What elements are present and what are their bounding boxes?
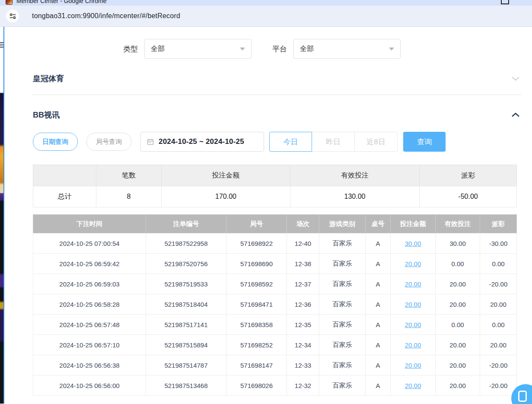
header-valid-bet: 有效投注 — [436, 215, 480, 233]
platform-select[interactable]: 全部 — [293, 39, 401, 59]
section-crown-sports[interactable]: 皇冠体育 — [33, 73, 521, 84]
yesterday-button[interactable]: 昨日 — [312, 132, 355, 152]
summary-header-count: 笔数 — [96, 165, 162, 186]
table-no-cell: A — [366, 294, 391, 315]
summary-payout-value: -50.00 — [420, 186, 517, 207]
bet-table-row: 2024-10-25 06:57:10521987515894571698252… — [33, 335, 517, 355]
payout-cell: 20.00 — [480, 294, 517, 315]
type-select-value: 全部 — [151, 45, 165, 54]
valid-bet-cell: 20.00 — [436, 274, 480, 294]
bet-time-cell: 2024-10-25 06:59:03 — [33, 274, 146, 294]
summary-header-blank — [33, 165, 96, 186]
table-no-cell: A — [366, 355, 391, 375]
bet-time-cell: 2024-10-25 06:59:42 — [33, 254, 146, 274]
round-no-cell: 571698690 — [226, 254, 287, 274]
valid-bet-cell: 20.00 — [436, 375, 480, 396]
valid-bet-cell: 20.00 — [436, 355, 480, 375]
bet-amount-link[interactable]: 20.00 — [391, 355, 436, 375]
summary-total-row: 总计 8 170.00 130.00 -50.00 — [33, 186, 517, 207]
header-bet-time: 下注时间 — [33, 215, 146, 233]
date-range-value: 2024-10-25 ~ 2024-10-25 — [159, 137, 244, 146]
table-no-cell: A — [366, 315, 391, 335]
bet-amount-link[interactable]: 20.00 — [391, 315, 436, 335]
session-cell: 12-34 — [287, 335, 319, 355]
bet-table-row: 2024-10-25 07:00:54521987522958571698922… — [33, 233, 517, 254]
service-icon — [518, 391, 527, 402]
header-round-no: 局号 — [226, 215, 287, 233]
payout-cell: -30.00 — [480, 233, 517, 254]
header-payout: 派彩 — [480, 215, 517, 233]
session-cell: 12-37 — [287, 274, 319, 294]
last-8-days-button[interactable]: 近8日 — [355, 132, 398, 152]
session-cell: 12-36 — [287, 294, 319, 315]
calendar-icon — [147, 138, 154, 145]
chevron-up-icon[interactable] — [510, 110, 521, 120]
round-no-cell: 571698922 — [226, 233, 287, 254]
valid-bet-cell: 20.00 — [436, 294, 480, 315]
section-bb-video[interactable]: BB视讯 — [33, 110, 521, 120]
payout-cell: 0.00 — [480, 315, 517, 335]
payout-cell: 0.00 — [480, 254, 517, 274]
summary-header-valid-bet: 有效投注 — [290, 165, 420, 186]
round-no-cell: 571698252 — [226, 335, 287, 355]
summary-header-row: 笔数 投注金额 有效投注 派彩 — [33, 165, 517, 186]
chevron-down-icon[interactable] — [510, 73, 521, 84]
date-range-input[interactable]: 2024-10-25 ~ 2024-10-25 — [140, 132, 264, 152]
platform-select-value: 全部 — [300, 45, 314, 54]
bet-amount-link[interactable]: 20.00 — [391, 254, 436, 274]
background-window-sliver — [0, 27, 4, 404]
bet-amount-link[interactable]: 20.00 — [391, 375, 436, 396]
platform-filter-label: 平台 — [272, 44, 287, 54]
summary-bet-amount-value: 170.00 — [162, 186, 290, 207]
today-button[interactable]: 今日 — [269, 132, 312, 152]
type-select[interactable]: 全部 — [144, 39, 252, 59]
bet-time-cell: 2024-10-25 06:57:48 — [33, 315, 146, 335]
table-no-cell: A — [366, 274, 391, 294]
bet-record-content: 类型 全部 平台 全部 皇冠体育 BB视讯 — [4, 27, 532, 404]
site-controls-icon[interactable] — [6, 10, 19, 22]
payout-cell: -20.00 — [480, 355, 517, 375]
query-toolbar: 日期查询 局号查询 2024-10-25 ~ 2024-10-25 今日 昨日 … — [33, 132, 521, 152]
round-no-cell: 571698471 — [226, 294, 287, 315]
page-body: 类型 全部 平台 全部 皇冠体育 BB视讯 — [0, 27, 532, 404]
summary-table: 笔数 投注金额 有效投注 派彩 总计 8 170.00 130.00 -50.0… — [33, 165, 517, 207]
bet-amount-link[interactable]: 20.00 — [391, 274, 436, 294]
valid-bet-cell: 0.00 — [436, 315, 480, 335]
bet-time-cell: 2024-10-25 06:56:00 — [33, 375, 146, 396]
maximize-icon[interactable] — [501, 0, 509, 4]
summary-count-value: 8 — [96, 186, 162, 207]
session-cell: 12-38 — [287, 254, 319, 274]
bet-amount-link[interactable]: 30.00 — [391, 233, 436, 254]
payout-cell: -20.00 — [480, 375, 517, 396]
session-cell: 12-35 — [287, 315, 319, 335]
round-no-cell: 571698026 — [226, 375, 287, 396]
table-no-cell: A — [366, 254, 391, 274]
order-no-cell: 521987515894 — [146, 335, 226, 355]
section-divider — [33, 95, 521, 95]
bet-amount-link[interactable]: 20.00 — [391, 335, 436, 355]
bet-table-row: 2024-10-25 06:58:28521987518404571698471… — [33, 294, 517, 315]
table-no-cell: A — [366, 375, 391, 396]
game-type-cell: 百家乐 — [319, 274, 366, 294]
url-text[interactable]: tongbao31.com:9900/infe/mcenter/#/betRec… — [32, 12, 180, 20]
round-query-button[interactable]: 局号查询 — [86, 133, 131, 151]
summary-header-payout: 派彩 — [420, 165, 517, 186]
order-no-cell: 521987522958 — [146, 233, 226, 254]
menu-lines-icon — [0, 42, 3, 48]
valid-bet-cell: 0.00 — [436, 254, 480, 274]
bb-video-title: BB视讯 — [33, 110, 60, 120]
crown-sports-title: 皇冠体育 — [33, 73, 64, 84]
address-bar: tongbao31.com:9900/infe/mcenter/#/betRec… — [0, 6, 532, 27]
filter-row: 类型 全部 平台 全部 — [123, 39, 521, 59]
game-type-cell: 百家乐 — [319, 375, 366, 396]
round-no-cell: 571698147 — [226, 355, 287, 375]
bet-time-cell: 2024-10-25 06:56:38 — [33, 355, 146, 375]
header-bet-amount: 投注金额 — [391, 215, 436, 233]
date-query-button[interactable]: 日期查询 — [33, 133, 78, 151]
bet-amount-link[interactable]: 20.00 — [391, 294, 436, 315]
bet-time-cell: 2024-10-25 06:58:28 — [33, 294, 146, 315]
bet-time-cell: 2024-10-25 06:57:10 — [33, 335, 146, 355]
search-button[interactable]: 查询 — [403, 132, 446, 152]
order-no-cell: 521987513468 — [146, 375, 226, 396]
favicon — [6, 0, 13, 5]
